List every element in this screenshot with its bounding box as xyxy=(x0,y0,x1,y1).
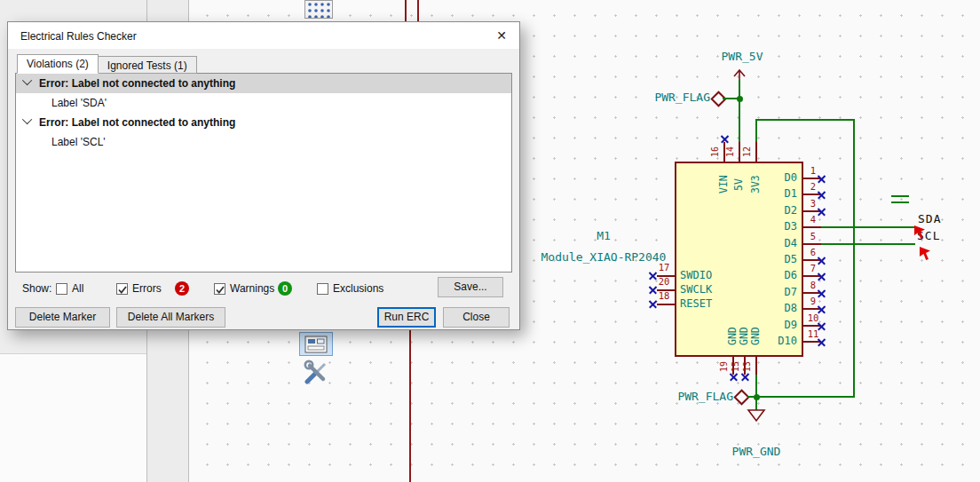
pin-name: D3 xyxy=(744,220,797,233)
pin-stub xyxy=(739,142,740,162)
power-flag-top-label[interactable]: PWR_FLAG xyxy=(644,91,710,104)
pin-stub xyxy=(803,243,821,245)
filter-warnings-label: Warnings xyxy=(230,282,274,295)
no-connect-icon xyxy=(818,289,826,297)
dialog-title: Electrical Rules Checker xyxy=(20,30,137,43)
no-connect-icon xyxy=(649,300,657,308)
pin-number: 20 xyxy=(655,276,673,287)
violation-header-row[interactable]: Error: Label not connected to anything xyxy=(16,113,511,132)
pin-stub xyxy=(803,226,821,228)
pin-stub xyxy=(755,142,757,162)
no-connect-icon xyxy=(741,373,749,381)
close-icon[interactable]: ✕ xyxy=(491,27,512,44)
pin-name: D2 xyxy=(744,204,797,217)
checkbox-exclusions[interactable] xyxy=(317,283,328,295)
component-reference[interactable]: M1 xyxy=(568,229,639,242)
pin-name: D10 xyxy=(744,335,797,347)
close-button[interactable]: Close xyxy=(443,307,510,328)
filter-exclusions-label: Exclusions xyxy=(333,282,383,295)
pin-name: D5 xyxy=(744,253,797,265)
pin-name: SWDIO xyxy=(680,269,712,281)
violation-detail-text: Label 'SCL' xyxy=(51,136,106,148)
no-connect-icon xyxy=(818,322,826,330)
check-icon xyxy=(117,285,128,295)
delete-marker-button[interactable]: Delete Marker xyxy=(15,307,110,328)
pin-stub xyxy=(657,304,675,305)
bus-line[interactable] xyxy=(417,0,419,23)
pin-stub xyxy=(657,275,675,277)
violations-list[interactable]: Error: Label not connected to anything L… xyxy=(15,73,512,273)
erc-marker-icon[interactable] xyxy=(918,245,935,262)
violation-detail-text: Label 'SDA' xyxy=(51,97,107,109)
filter-errors-label: Errors xyxy=(132,282,162,295)
wire-segment[interactable] xyxy=(755,375,757,410)
tab-ignored-tests[interactable]: Ignored Tests (1) xyxy=(98,56,197,74)
wire-segment[interactable] xyxy=(723,98,739,99)
wire-segment[interactable] xyxy=(747,396,755,398)
no-connect-icon xyxy=(818,191,826,199)
wire-segment[interactable] xyxy=(853,119,855,398)
pin-name: D0 xyxy=(744,171,797,184)
erc-marker-icon[interactable] xyxy=(913,224,929,241)
wire-segment[interactable] xyxy=(755,119,855,121)
warnings-count-badge: 0 xyxy=(278,281,292,296)
pin-name: SWCLK xyxy=(680,283,712,296)
pin-name: D8 xyxy=(744,302,797,314)
tab-violations[interactable]: Violations (2) xyxy=(17,54,99,74)
expander-icon[interactable] xyxy=(22,75,32,85)
power-label-pwr5v[interactable]: PWR_5V xyxy=(708,50,776,63)
errors-count-badge: 2 xyxy=(175,281,189,296)
violation-detail-row[interactable]: Label 'SDA' xyxy=(16,93,511,113)
filter-errors[interactable]: Errors xyxy=(116,281,162,296)
violation-header-text: Error: Label not connected to anything xyxy=(39,116,235,129)
pin-name: D6 xyxy=(744,269,797,281)
bus-line[interactable] xyxy=(405,0,407,23)
no-connect-icon xyxy=(649,286,657,294)
wire-stub[interactable] xyxy=(891,195,909,197)
dialog-titlebar[interactable]: Electrical Rules Checker ✕ xyxy=(8,22,519,49)
filter-all-label: All xyxy=(72,282,83,295)
no-connect-icon xyxy=(649,272,657,280)
expander-icon[interactable] xyxy=(22,115,32,124)
wire-segment[interactable] xyxy=(821,243,915,245)
check-icon xyxy=(215,285,225,295)
pin-stub xyxy=(755,357,757,375)
no-connect-icon xyxy=(730,373,738,381)
wire-segment[interactable] xyxy=(756,396,855,398)
violation-detail-row[interactable]: Label 'SCL' xyxy=(16,132,511,152)
no-connect-icon xyxy=(818,338,826,346)
wire-segment[interactable] xyxy=(821,226,915,228)
kicad-window: PWR_5V PWR_FLAG M1 Module_XIAO-RP2040 VI… xyxy=(0,0,980,482)
pin-name: D1 xyxy=(744,187,797,200)
no-connect-icon xyxy=(818,305,826,313)
gnd-symbol-icon[interactable] xyxy=(747,408,766,423)
power-label-pwrgnd[interactable]: PWR_GND xyxy=(720,445,793,458)
save-button[interactable]: Save... xyxy=(438,277,503,297)
checkbox-errors[interactable] xyxy=(116,283,128,295)
delete-all-markers-button[interactable]: Delete All Markers xyxy=(116,307,225,328)
filter-exclusions[interactable]: Exclusions xyxy=(317,281,383,296)
pin-name: D9 xyxy=(744,319,797,331)
dialog-tabs: Violations (2) Ignored Tests (1) xyxy=(17,54,196,74)
violation-header-row[interactable]: Error: Label not connected to anything xyxy=(16,74,511,93)
no-connect-icon xyxy=(721,135,729,143)
pin-number: 16 xyxy=(710,141,723,162)
violation-header-text: Error: Label not connected to anything xyxy=(39,77,235,90)
wire-segment[interactable] xyxy=(755,119,757,144)
checkbox-warnings[interactable] xyxy=(214,283,225,295)
pin-number: 17 xyxy=(655,262,673,273)
filter-warnings[interactable]: Warnings xyxy=(214,281,274,296)
wire-segment[interactable] xyxy=(739,80,740,144)
checkbox-all[interactable] xyxy=(56,283,67,295)
run-erc-button[interactable]: Run ERC xyxy=(377,307,436,328)
bus-line[interactable] xyxy=(409,330,411,482)
no-connect-icon xyxy=(818,175,826,183)
power-flag-bottom-label[interactable]: PWR_FLAG xyxy=(666,390,733,403)
pin-number: 5 xyxy=(804,231,822,241)
erc-dialog: Electrical Rules Checker ✕ Violations (2… xyxy=(7,21,520,330)
filter-all[interactable]: All xyxy=(56,281,83,296)
wire-stub[interactable] xyxy=(891,201,909,203)
show-label: Show: xyxy=(22,281,51,296)
pin-stub xyxy=(657,289,675,291)
pin-number: 12 xyxy=(742,141,755,162)
